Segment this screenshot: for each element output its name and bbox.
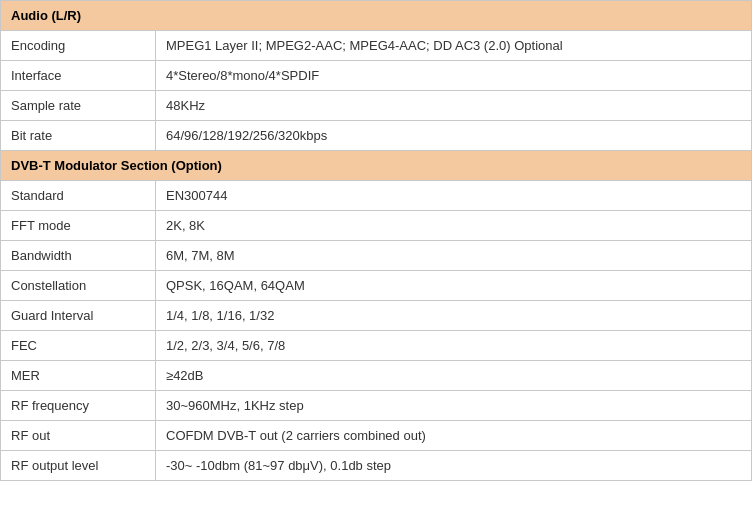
section-header-0: Audio (L/R) [1, 1, 752, 31]
row-label-4: Bit rate [1, 121, 156, 151]
row-label-12: MER [1, 361, 156, 391]
row-label-6: Standard [1, 181, 156, 211]
row-value-3: 48KHz [156, 91, 752, 121]
row-value-15: -30~ -10dbm (81~97 dbμV), 0.1db step [156, 451, 752, 481]
row-value-4: 64/96/128/192/256/320kbps [156, 121, 752, 151]
row-value-9: QPSK, 16QAM, 64QAM [156, 271, 752, 301]
row-label-7: FFT mode [1, 211, 156, 241]
row-label-3: Sample rate [1, 91, 156, 121]
row-label-11: FEC [1, 331, 156, 361]
row-label-1: Encoding [1, 31, 156, 61]
specs-table: Audio (L/R)EncodingMPEG1 Layer II; MPEG2… [0, 0, 752, 481]
row-label-10: Guard Interval [1, 301, 156, 331]
row-label-9: Constellation [1, 271, 156, 301]
row-value-8: 6M, 7M, 8M [156, 241, 752, 271]
row-label-13: RF frequency [1, 391, 156, 421]
row-value-11: 1/2, 2/3, 3/4, 5/6, 7/8 [156, 331, 752, 361]
row-value-12: ≥42dB [156, 361, 752, 391]
row-label-8: Bandwidth [1, 241, 156, 271]
row-value-14: COFDM DVB-T out (2 carriers combined out… [156, 421, 752, 451]
row-value-10: 1/4, 1/8, 1/16, 1/32 [156, 301, 752, 331]
row-label-14: RF out [1, 421, 156, 451]
row-label-15: RF output level [1, 451, 156, 481]
row-value-7: 2K, 8K [156, 211, 752, 241]
row-label-2: Interface [1, 61, 156, 91]
section-header-5: DVB-T Modulator Section (Option) [1, 151, 752, 181]
row-value-1: MPEG1 Layer II; MPEG2-AAC; MPEG4-AAC; DD… [156, 31, 752, 61]
row-value-6: EN300744 [156, 181, 752, 211]
row-value-2: 4*Stereo/8*mono/4*SPDIF [156, 61, 752, 91]
row-value-13: 30~960MHz, 1KHz step [156, 391, 752, 421]
